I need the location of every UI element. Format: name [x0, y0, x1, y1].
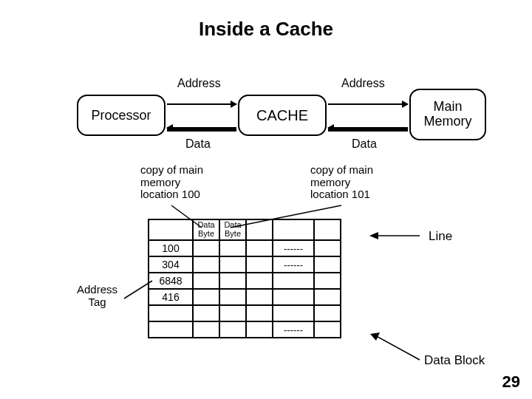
arrow-proc-cache-data: [167, 127, 236, 132]
bus-data-right: Data: [352, 137, 377, 151]
leader-lines: [0, 0, 532, 399]
hdr-tag: [149, 219, 193, 240]
hdr-col4: [273, 219, 314, 240]
table-row: 416: [149, 289, 341, 305]
table-row: [149, 305, 341, 321]
table-row: 6848: [149, 273, 341, 289]
table-row: 304 ------: [149, 256, 341, 273]
table-row: ------: [149, 321, 341, 338]
memory-label-line1: Main: [433, 99, 462, 114]
memory-label-line2: Memory: [423, 114, 471, 129]
hdr-col2: Data Byte: [219, 219, 246, 240]
label-data-block: Data Block: [424, 353, 485, 368]
annot-copy-101: copy of main memory location 101: [310, 164, 373, 201]
cache-table-body: 100 ------ 304 ------ 6848 416: [149, 240, 341, 338]
arrow-cache-mem-addr: [328, 103, 408, 105]
svg-marker-4: [369, 232, 378, 239]
arrow-proc-cache-addr: [167, 103, 236, 105]
slide-title: Inside a Cache: [0, 18, 532, 41]
cache-label: CACHE: [256, 107, 308, 124]
bus-address-right: Address: [341, 77, 385, 90]
svg-line-5: [374, 335, 420, 360]
hdr-col5: [314, 219, 341, 240]
hdr-col1: Data Byte: [193, 219, 219, 240]
cache-box: CACHE: [238, 95, 327, 136]
hdr-col3: [246, 219, 273, 240]
processor-label: Processor: [91, 108, 151, 123]
page-number: 29: [502, 372, 520, 392]
memory-box: Main Memory: [409, 89, 486, 140]
cache-table: Data Byte Data Byte 100 ------ 304 -----…: [148, 219, 341, 338]
bus-address-left: Address: [177, 77, 221, 90]
label-line: Line: [429, 229, 452, 244]
processor-box: Processor: [77, 95, 166, 136]
annot-copy-100: copy of main memory location 100: [140, 164, 203, 201]
svg-marker-6: [370, 332, 380, 341]
bus-data-left: Data: [185, 137, 211, 151]
arrow-cache-mem-data: [328, 127, 408, 132]
cache-table-head: Data Byte Data Byte: [149, 219, 341, 240]
label-address-tag: Address Tag: [77, 284, 117, 308]
table-row: 100 ------: [149, 240, 341, 256]
